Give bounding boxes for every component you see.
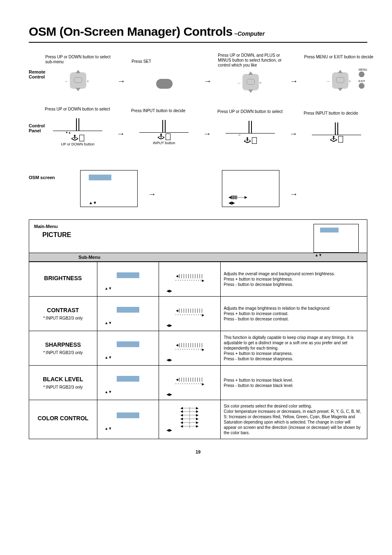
leftright-indicator: ◀▶ [162, 323, 217, 327]
panel-step3: Press UP or DOWN button to select -+ 🕹 [217, 109, 283, 144]
slider-icon: ◀|||||||||||············▶ [162, 274, 217, 283]
submenu-select-cell: ▲▼ [97, 400, 159, 439]
multi-slider-icon: ◀·········|·········▶◀·········|········… [162, 407, 217, 428]
submenu-description: This function is digitally capable to ke… [220, 331, 367, 366]
submenu-note: *:INPUT RGB2/3 only [43, 350, 83, 355]
highlight-icon [117, 376, 139, 382]
menu-button-icon [359, 71, 364, 77]
table-row: SHARPNESS*:INPUT RGB2/3 only▲▼◀|||||||||… [29, 331, 367, 366]
osm-row: OSM screen ▲▼ → ◀|||||||||||············… [29, 159, 367, 207]
remote-pad-icon: – + [62, 68, 95, 93]
submenu-note: *:INPUT RGB2/3 only [43, 385, 83, 389]
set-button-icon [156, 79, 173, 89]
remote-step2: Press SET [131, 59, 197, 89]
submenu-name-cell: COLOR CONTROL [29, 400, 97, 439]
submenu-name: SHARPNESS [32, 341, 94, 348]
remote-step1: Press UP or DOWN button to select sub-me… [45, 55, 111, 93]
submenu-select-cell: ▲▼ [97, 331, 159, 366]
table-row: BLACK LEVEL*:INPUT RGB2/3 only▲▼◀|||||||… [29, 366, 367, 400]
panel-step2: Press INPUT button to decide 🕹 INPUT but… [131, 108, 197, 145]
leftright-indicator: ◀▶ [162, 289, 217, 293]
exit-label: EXIT [359, 80, 367, 83]
table-row: COLOR CONTROL▲▼◀·········|·········▶◀···… [29, 400, 367, 439]
panel-input-icon: 🕹 INPUT button [135, 120, 193, 145]
submenu-adjust-cell: ◀|||||||||||············▶◀▶ [159, 262, 220, 297]
arrow-icon: → [203, 115, 211, 138]
slider-icon: ◀|||||||||||············▶ [162, 343, 217, 352]
slider-icon: ◀|||||||||||············▶ [162, 308, 217, 317]
updown-indicator: ▲▼ [101, 390, 155, 394]
panel-step1: Press UP or DOWN button to select ▼▲ 🕹 U… [45, 107, 111, 146]
submenu-name-cell: CONTRAST*:INPUT RGB2/3 only [29, 297, 97, 331]
leftright-indicator: ◀▶ [162, 358, 217, 362]
remote-label: Remote Control [29, 53, 45, 79]
submenu-adjust-cell: ◀|||||||||||············▶◀▶ [159, 366, 220, 400]
osm-screen-icon: ▲▼ [80, 170, 138, 207]
exit-button-icon [359, 83, 364, 89]
leftright-indicator: ◀▶ [162, 392, 217, 396]
submenu-select-cell: ▲▼ [97, 297, 159, 331]
arrow-icon: → [289, 115, 297, 138]
table-row: CONTRAST*:INPUT RGB2/3 only▲▼◀||||||||||… [29, 297, 367, 331]
arrow-icon: → [203, 62, 212, 86]
submenu-name: BLACK LEVEL [32, 376, 94, 382]
menu-label: MENU [359, 68, 367, 71]
remote-step4: Press MENU or EXIT button to decide – + … [304, 55, 376, 93]
panel-row: Control Panel Press UP or DOWN button to… [29, 107, 367, 146]
submenu-name-cell: BRIGHTNESS [29, 262, 97, 297]
submenu-name-cell: SHARPNESS*:INPUT RGB2/3 only [29, 331, 97, 366]
arrow-icon: → [117, 115, 125, 138]
title-subtitle: –Computer [234, 30, 265, 37]
highlight-icon [117, 272, 139, 278]
submenu-name: CONTRAST [32, 307, 94, 313]
main-menu-box: Main-Menu PICTURE ▲▼ Sub-Menu BRIGHTNESS… [29, 219, 367, 439]
highlight-icon [117, 412, 139, 418]
remote-step3: Press UP or DOWN, and PLUS or MINUS butt… [218, 53, 284, 94]
table-row: BRIGHTNESS▲▼◀|||||||||||············▶◀▶A… [29, 262, 367, 297]
submenu-name-cell: BLACK LEVEL*:INPUT RGB2/3 only [29, 366, 97, 400]
osm-screen1: ▲▼ [76, 159, 142, 207]
submenu-description: Adjusts the image brightness in relation… [220, 297, 367, 331]
page-number: 19 [29, 449, 367, 454]
arrow-icon: → [117, 62, 125, 86]
mini-osm-icon: ▲▼ [314, 224, 359, 253]
submenu-adjust-cell: ◀|||||||||||············▶◀▶ [159, 331, 220, 366]
osm-screen2: ◀|||||||||||············▶ ◀▶ [218, 159, 284, 207]
submenu-description: Six color presets select the desired col… [220, 400, 367, 439]
highlight-icon [117, 341, 139, 347]
remote-row: Remote Control Press UP or DOWN button t… [29, 53, 367, 94]
remote-pad-menu-icon: – + MENU EXIT [324, 68, 357, 93]
submenu-select-cell: ▲▼ [97, 262, 159, 297]
arrow-icon: → [290, 167, 298, 199]
panel-updown-icon: ▼▲ 🕹 UP or DOWN button [49, 118, 106, 146]
highlight-icon [117, 307, 139, 313]
arrow-icon: → [290, 62, 298, 86]
slider-icon: ◀|||||||||||············▶ [162, 377, 217, 386]
title-main: OSM (On-Screen Manager) Controls [29, 25, 233, 38]
updown-indicator: ▲▼ [101, 286, 155, 290]
updown-indicator: ▲▼ [101, 321, 155, 325]
panel-step4: Press INPUT button to decide 🕹 [304, 111, 369, 143]
submenu-description: Adjusts the overall image and background… [220, 262, 367, 297]
osm-label: OSM screen [29, 159, 76, 180]
submenu-adjust-cell: ◀|||||||||||············▶◀▶ [159, 297, 220, 331]
menu-table: BRIGHTNESS▲▼◀|||||||||||············▶◀▶A… [29, 262, 367, 439]
submenu-name: BRIGHTNESS [32, 275, 94, 281]
main-menu-name: PICTURE [42, 231, 71, 239]
submenu-name: COLOR CONTROL [32, 415, 94, 421]
panel-label: Control Panel [29, 107, 45, 133]
arrow-icon: → [148, 167, 156, 199]
flow-diagrams: Remote Control Press UP or DOWN button t… [29, 53, 367, 207]
submenu-adjust-cell: ◀·········|·········▶◀·········|········… [159, 400, 220, 439]
submenu-select-cell: ▲▼ [97, 366, 159, 400]
panel-icon: 🕹 [308, 122, 365, 143]
main-menu-label: Main-Menu [34, 224, 71, 229]
panel-icon: -+ 🕹 [221, 121, 279, 144]
remote-pad-icon: – + [234, 70, 267, 94]
submenu-description: Press + button to increase black level.P… [220, 366, 367, 400]
leftright-indicator: ◀▶ [162, 428, 217, 432]
page-title-row: OSM (On-Screen Manager) Controls –Comput… [29, 25, 367, 43]
osm-screen-slider-icon: ◀|||||||||||············▶ ◀▶ [222, 170, 279, 207]
updown-indicator: ▲▼ [101, 426, 155, 431]
submenu-note: *:INPUT RGB2/3 only [43, 316, 83, 320]
